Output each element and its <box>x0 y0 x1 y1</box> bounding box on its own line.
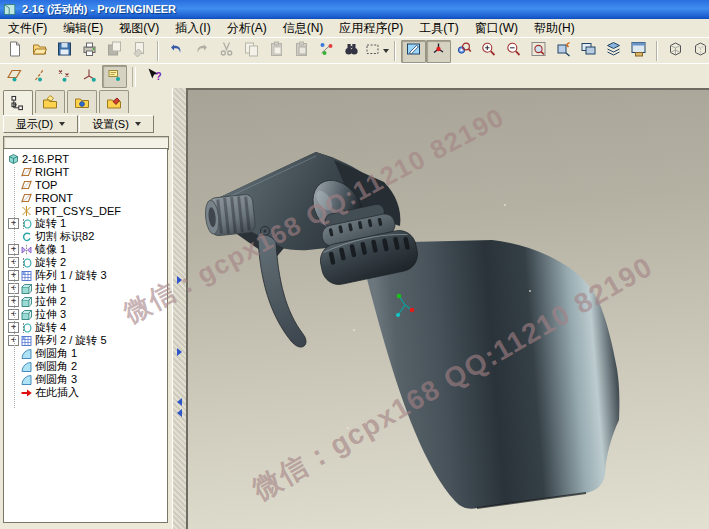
menu-item[interactable]: 工具(T) <box>411 19 466 38</box>
tree-item[interactable]: PRT_CSYS_DEF <box>4 204 167 217</box>
tree-item[interactable]: 切割 标识82 <box>4 230 167 243</box>
repaint-icon <box>405 41 422 61</box>
view-manager-icon <box>630 41 647 61</box>
menu-item[interactable]: 分析(A) <box>219 19 275 38</box>
plane-display-button[interactable] <box>2 65 27 88</box>
tab-connections[interactable] <box>99 90 129 113</box>
point-display-button[interactable] <box>52 65 77 88</box>
tree-item[interactable]: RIGHT <box>4 165 167 178</box>
tree-item[interactable]: TOP <box>4 178 167 191</box>
tree-item[interactable]: +阵列 2 / 旋转 5 <box>4 334 167 347</box>
mirror-icon <box>20 244 33 256</box>
save-button[interactable] <box>52 40 77 63</box>
annotation-display-icon <box>106 67 123 87</box>
menu-item[interactable]: 窗口(W) <box>467 19 526 38</box>
select-box-icon <box>364 41 381 61</box>
chevron-down-icon <box>383 49 389 53</box>
button-label: 设置(S) <box>92 117 129 132</box>
reorient-button[interactable] <box>551 40 576 63</box>
saved-views-button[interactable] <box>576 40 601 63</box>
new-button[interactable] <box>2 40 27 63</box>
menu-item[interactable]: 编辑(E) <box>55 19 111 38</box>
undo-button[interactable] <box>164 40 189 63</box>
annotation-display-button[interactable] <box>102 65 127 88</box>
tree-item-label: 在此插入 <box>33 385 79 400</box>
zoom-in-button[interactable] <box>476 40 501 63</box>
wireframe-button[interactable] <box>663 40 688 63</box>
revolve-icon <box>20 218 33 230</box>
sash-collapse-icon[interactable] <box>177 398 182 406</box>
tree-item[interactable]: 倒圆角 1 <box>4 347 167 360</box>
tree-settings-button[interactable]: 设置(S) <box>79 115 154 133</box>
tree-item[interactable]: +阵列 1 / 旋转 3 <box>4 269 167 282</box>
layers-button[interactable] <box>601 40 626 63</box>
repaint-button[interactable] <box>401 40 426 63</box>
graphics-viewport[interactable] <box>186 88 709 529</box>
smart-select-button[interactable] <box>314 40 339 63</box>
cut-icon <box>20 231 33 243</box>
menu-item[interactable]: 应用程序(P) <box>331 19 411 38</box>
chevron-down-icon <box>135 122 141 126</box>
tree-item[interactable]: 在此插入 <box>4 386 167 399</box>
sash-expand-icon[interactable] <box>177 276 182 284</box>
extrude-icon <box>20 283 33 295</box>
erase-button[interactable] <box>127 40 152 63</box>
tree-item[interactable]: +镜像 1 <box>4 243 167 256</box>
revolve-icon <box>20 257 33 269</box>
find-button[interactable] <box>339 40 364 63</box>
view-manager-button[interactable] <box>626 40 651 63</box>
plane-display-icon <box>6 67 23 87</box>
paste-icon <box>268 41 285 61</box>
refit-button[interactable] <box>526 40 551 63</box>
redo-icon <box>193 41 210 61</box>
spin-center-button[interactable] <box>426 40 451 63</box>
app-logo-icon[interactable] <box>3 3 17 16</box>
tree-item-label: FRONT <box>33 192 73 204</box>
tree-item[interactable]: FRONT <box>4 191 167 204</box>
title-bar: 2-16 (活动的) - Pro/ENGINEER <box>0 0 709 19</box>
menu-item[interactable]: 文件(F) <box>0 19 55 38</box>
tree-item-label: PRT_CSYS_DEF <box>33 205 121 217</box>
context-help-button[interactable]: ? <box>141 65 166 88</box>
copy-button[interactable] <box>239 40 264 63</box>
redo-button[interactable] <box>189 40 214 63</box>
toolbar-row-2: ? <box>0 63 709 90</box>
proe-window: 2-16 (活动的) - Pro/ENGINEER 文件(F)编辑(E)视图(V… <box>0 0 709 529</box>
tab-folder[interactable] <box>35 90 65 113</box>
orient-gear-button[interactable] <box>451 40 476 63</box>
reorient-icon <box>555 41 572 61</box>
tree-item[interactable]: +拉伸 3 <box>4 308 167 321</box>
menu-item[interactable]: 信息(N) <box>275 19 332 38</box>
sash-collapse-icon[interactable] <box>177 409 182 417</box>
tree-show-button[interactable]: 显示(D) <box>3 115 78 133</box>
wireframe-icon <box>667 41 684 61</box>
select-box-button[interactable] <box>364 40 389 63</box>
plane-icon <box>20 166 33 178</box>
insert-icon <box>20 387 33 399</box>
print-button[interactable] <box>77 40 102 63</box>
cut-button[interactable] <box>214 40 239 63</box>
paste-special-button[interactable] <box>289 40 314 63</box>
tree-item[interactable]: +拉伸 2 <box>4 295 167 308</box>
save-copy-button[interactable] <box>102 40 127 63</box>
csys-display-button[interactable] <box>77 65 102 88</box>
menu-item[interactable]: 帮助(H) <box>526 19 583 38</box>
navigator-tabs <box>0 88 172 114</box>
menu-item[interactable]: 插入(I) <box>167 19 218 38</box>
tree-item[interactable]: 2-16.PRT <box>4 152 167 165</box>
hidden-line-button[interactable] <box>688 40 709 63</box>
tree-item[interactable]: +拉伸 1 <box>4 282 167 295</box>
paste-button[interactable] <box>264 40 289 63</box>
tree-item[interactable]: 倒圆角 2 <box>4 360 167 373</box>
refit-icon <box>530 41 547 61</box>
sash-expand-icon[interactable] <box>177 348 182 356</box>
paste-special-icon <box>293 41 310 61</box>
zoom-out-button[interactable] <box>501 40 526 63</box>
menu-item[interactable]: 视图(V) <box>111 19 167 38</box>
tab-model-tree[interactable] <box>3 90 33 115</box>
window-title: 2-16 (活动的) - Pro/ENGINEER <box>22 2 176 17</box>
tab-favorites[interactable] <box>67 90 97 113</box>
tree-item[interactable]: 倒圆角 3 <box>4 373 167 386</box>
open-button[interactable] <box>27 40 52 63</box>
axis-display-button[interactable] <box>27 65 52 88</box>
